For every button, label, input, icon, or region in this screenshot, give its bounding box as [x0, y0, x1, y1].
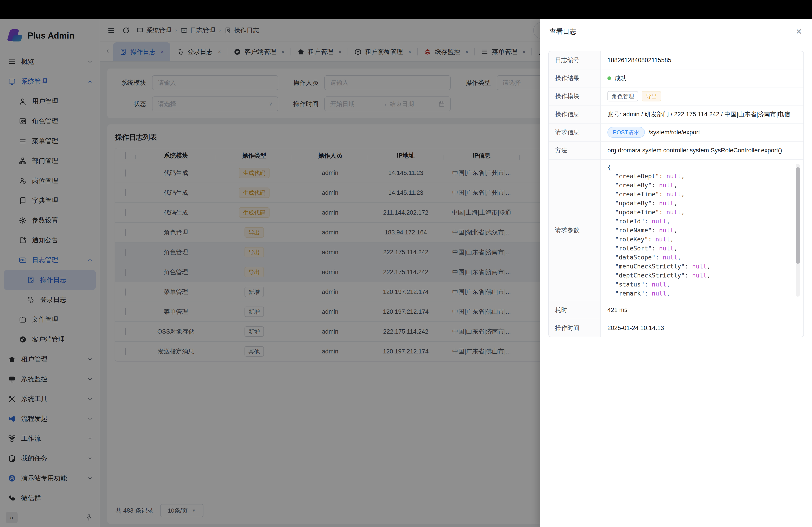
method-value: org.dromara.system.controller.system.Sys…: [601, 141, 803, 159]
log-detail-table: 日志编号 1882612840802115585 操作结果 成功 操作模块 角色…: [548, 51, 804, 337]
detail-row-op-time: 操作时间 2025-01-24 10:14:13: [549, 319, 803, 337]
drawer-title: 查看日志: [549, 27, 576, 36]
detail-row-request: 请求信息 POST请求 /system/role/export: [549, 123, 803, 141]
view-log-drawer: 查看日志 ✕ 日志编号 1882612840802115585 操作结果 成功 …: [540, 19, 812, 527]
post-method-tag: POST请求: [607, 127, 645, 138]
log-id-value: 1882612840802115585: [601, 51, 803, 69]
drawer-header: 查看日志 ✕: [540, 19, 812, 44]
request-params-cell: {"createDept": null,"createBy": null,"cr…: [601, 160, 803, 301]
detail-row-result: 操作结果 成功: [549, 69, 803, 87]
detail-row-params: 请求参数 {"createDept": null,"createBy": nul…: [549, 159, 803, 301]
detail-row-duration: 耗时 421 ms: [549, 301, 803, 319]
action-tag: 导出: [642, 91, 661, 102]
scrollbar-thumb[interactable]: [796, 167, 800, 264]
detail-row-method: 方法 org.dromara.system.controller.system.…: [549, 141, 803, 159]
result-text: 成功: [615, 74, 627, 82]
detail-row-op-info: 操作信息 账号: admin / 研发部门 / 222.175.114.242 …: [549, 105, 803, 123]
duration-value: 421 ms: [601, 301, 803, 319]
op-time-value: 2025-01-24 10:14:13: [601, 319, 803, 337]
request-params-json: {"createDept": null,"createBy": null,"cr…: [607, 163, 710, 298]
indent-guide: [610, 173, 610, 296]
browser-top-black-bar: [0, 0, 812, 19]
request-url: /system/role/export: [649, 129, 700, 136]
close-icon[interactable]: ✕: [796, 28, 802, 35]
success-dot-icon: [607, 76, 611, 80]
drawer-body: 日志编号 1882612840802115585 操作结果 成功 操作模块 角色…: [540, 44, 812, 344]
detail-row-log-id: 日志编号 1882612840802115585: [549, 51, 803, 69]
op-info-value: 账号: admin / 研发部门 / 222.175.114.242 / 中国|…: [601, 105, 803, 123]
detail-row-module: 操作模块 角色管理 导出: [549, 87, 803, 105]
module-tag: 角色管理: [607, 91, 638, 102]
